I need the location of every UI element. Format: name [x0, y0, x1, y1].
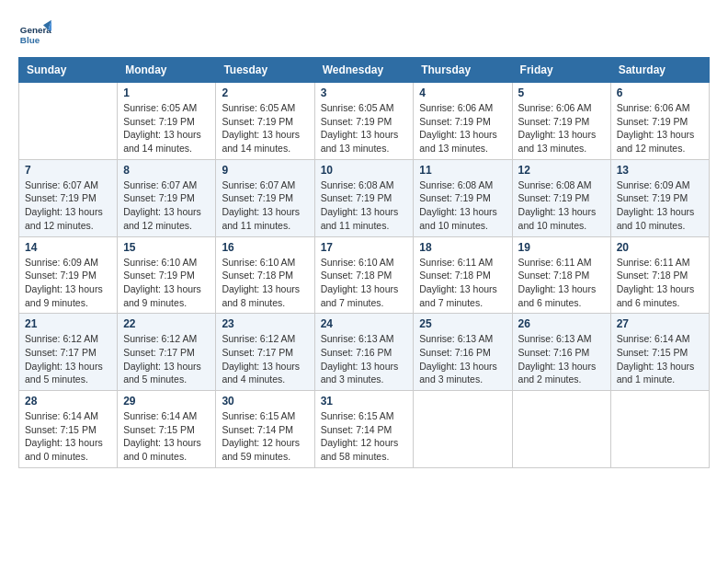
page-header: General Blue	[18, 18, 710, 52]
column-header-tuesday: Tuesday	[216, 58, 314, 83]
day-info: Sunrise: 6:12 AM Sunset: 7:17 PM Dayligh…	[123, 332, 210, 386]
day-number: 18	[419, 241, 506, 254]
day-number: 24	[321, 317, 408, 330]
column-header-thursday: Thursday	[414, 58, 512, 83]
calendar-cell: 1Sunrise: 6:05 AM Sunset: 7:19 PM Daylig…	[118, 83, 216, 160]
column-header-monday: Monday	[118, 58, 216, 83]
calendar-cell: 12Sunrise: 6:08 AM Sunset: 7:19 PM Dayli…	[512, 159, 610, 236]
calendar-cell: 19Sunrise: 6:11 AM Sunset: 7:18 PM Dayli…	[512, 236, 610, 314]
day-number: 22	[123, 317, 210, 330]
day-number: 20	[617, 241, 703, 254]
day-info: Sunrise: 6:09 AM Sunset: 7:19 PM Dayligh…	[617, 178, 703, 233]
day-number: 4	[419, 86, 506, 99]
day-info: Sunrise: 6:10 AM Sunset: 7:19 PM Dayligh…	[123, 256, 210, 310]
week-row-2: 7Sunrise: 6:07 AM Sunset: 7:19 PM Daylig…	[19, 159, 710, 236]
day-number: 19	[518, 241, 605, 254]
calendar-cell: 9Sunrise: 6:07 AM Sunset: 7:19 PM Daylig…	[216, 159, 314, 236]
calendar-cell	[610, 391, 709, 468]
calendar-cell: 27Sunrise: 6:14 AM Sunset: 7:15 PM Dayli…	[610, 314, 709, 391]
day-info: Sunrise: 6:06 AM Sunset: 7:19 PM Dayligh…	[518, 101, 605, 155]
day-info: Sunrise: 6:13 AM Sunset: 7:16 PM Dayligh…	[321, 332, 408, 386]
calendar-cell: 17Sunrise: 6:10 AM Sunset: 7:18 PM Dayli…	[314, 236, 414, 314]
calendar-cell: 25Sunrise: 6:13 AM Sunset: 7:16 PM Dayli…	[414, 314, 512, 391]
day-number: 1	[123, 86, 210, 99]
column-header-wednesday: Wednesday	[314, 58, 414, 83]
week-row-5: 28Sunrise: 6:14 AM Sunset: 7:15 PM Dayli…	[19, 391, 710, 468]
calendar-cell	[414, 391, 512, 468]
calendar-cell: 13Sunrise: 6:09 AM Sunset: 7:19 PM Dayli…	[610, 159, 709, 236]
day-info: Sunrise: 6:06 AM Sunset: 7:19 PM Dayligh…	[617, 101, 703, 155]
calendar-cell: 6Sunrise: 6:06 AM Sunset: 7:19 PM Daylig…	[610, 83, 709, 160]
calendar-cell: 18Sunrise: 6:11 AM Sunset: 7:18 PM Dayli…	[414, 236, 512, 314]
days-header-row: SundayMondayTuesdayWednesdayThursdayFrid…	[19, 58, 710, 83]
day-info: Sunrise: 6:12 AM Sunset: 7:17 PM Dayligh…	[222, 332, 308, 386]
calendar-cell: 10Sunrise: 6:08 AM Sunset: 7:19 PM Dayli…	[314, 159, 414, 236]
day-info: Sunrise: 6:07 AM Sunset: 7:19 PM Dayligh…	[25, 178, 111, 233]
calendar-cell: 3Sunrise: 6:05 AM Sunset: 7:19 PM Daylig…	[314, 83, 414, 160]
week-row-3: 14Sunrise: 6:09 AM Sunset: 7:19 PM Dayli…	[19, 236, 710, 314]
day-number: 2	[222, 86, 308, 99]
calendar-cell: 2Sunrise: 6:05 AM Sunset: 7:19 PM Daylig…	[216, 83, 314, 160]
day-number: 16	[222, 241, 308, 254]
calendar-cell: 4Sunrise: 6:06 AM Sunset: 7:19 PM Daylig…	[414, 83, 512, 160]
day-info: Sunrise: 6:14 AM Sunset: 7:15 PM Dayligh…	[123, 409, 210, 464]
day-info: Sunrise: 6:11 AM Sunset: 7:18 PM Dayligh…	[617, 256, 703, 310]
day-number: 25	[419, 317, 506, 330]
day-number: 21	[25, 317, 111, 330]
calendar-cell: 20Sunrise: 6:11 AM Sunset: 7:18 PM Dayli…	[610, 236, 709, 314]
calendar-cell	[19, 83, 118, 160]
day-number: 30	[222, 395, 308, 408]
calendar-cell: 15Sunrise: 6:10 AM Sunset: 7:19 PM Dayli…	[118, 236, 216, 314]
day-number: 15	[123, 241, 210, 254]
calendar-cell: 5Sunrise: 6:06 AM Sunset: 7:19 PM Daylig…	[512, 83, 610, 160]
svg-text:Blue: Blue	[20, 35, 40, 45]
column-header-saturday: Saturday	[610, 58, 709, 83]
day-number: 23	[222, 317, 308, 330]
calendar-cell: 21Sunrise: 6:12 AM Sunset: 7:17 PM Dayli…	[19, 314, 118, 391]
day-info: Sunrise: 6:09 AM Sunset: 7:19 PM Dayligh…	[25, 256, 111, 310]
day-number: 8	[123, 164, 210, 177]
calendar-cell: 24Sunrise: 6:13 AM Sunset: 7:16 PM Dayli…	[314, 314, 414, 391]
column-header-sunday: Sunday	[19, 58, 118, 83]
day-info: Sunrise: 6:05 AM Sunset: 7:19 PM Dayligh…	[321, 101, 408, 155]
calendar-cell: 28Sunrise: 6:14 AM Sunset: 7:15 PM Dayli…	[19, 391, 118, 468]
calendar-cell: 26Sunrise: 6:13 AM Sunset: 7:16 PM Dayli…	[512, 314, 610, 391]
day-info: Sunrise: 6:12 AM Sunset: 7:17 PM Dayligh…	[25, 332, 111, 386]
day-number: 29	[123, 395, 210, 408]
calendar-cell: 7Sunrise: 6:07 AM Sunset: 7:19 PM Daylig…	[19, 159, 118, 236]
day-number: 11	[419, 164, 506, 177]
calendar-cell: 11Sunrise: 6:08 AM Sunset: 7:19 PM Dayli…	[414, 159, 512, 236]
day-info: Sunrise: 6:10 AM Sunset: 7:18 PM Dayligh…	[321, 256, 408, 310]
day-number: 13	[617, 164, 703, 177]
calendar-cell: 31Sunrise: 6:15 AM Sunset: 7:14 PM Dayli…	[314, 391, 414, 468]
day-info: Sunrise: 6:08 AM Sunset: 7:19 PM Dayligh…	[321, 178, 408, 233]
day-info: Sunrise: 6:13 AM Sunset: 7:16 PM Dayligh…	[518, 332, 605, 386]
day-number: 9	[222, 164, 308, 177]
day-number: 17	[321, 241, 408, 254]
calendar-cell: 23Sunrise: 6:12 AM Sunset: 7:17 PM Dayli…	[216, 314, 314, 391]
week-row-1: 1Sunrise: 6:05 AM Sunset: 7:19 PM Daylig…	[19, 83, 710, 160]
day-info: Sunrise: 6:11 AM Sunset: 7:18 PM Dayligh…	[419, 256, 506, 310]
day-info: Sunrise: 6:13 AM Sunset: 7:16 PM Dayligh…	[419, 332, 506, 386]
day-info: Sunrise: 6:06 AM Sunset: 7:19 PM Dayligh…	[419, 101, 506, 155]
day-info: Sunrise: 6:14 AM Sunset: 7:15 PM Dayligh…	[617, 332, 703, 386]
day-number: 3	[321, 86, 408, 99]
calendar-cell: 29Sunrise: 6:14 AM Sunset: 7:15 PM Dayli…	[118, 391, 216, 468]
day-info: Sunrise: 6:05 AM Sunset: 7:19 PM Dayligh…	[222, 101, 308, 155]
day-info: Sunrise: 6:07 AM Sunset: 7:19 PM Dayligh…	[222, 178, 308, 233]
day-info: Sunrise: 6:07 AM Sunset: 7:19 PM Dayligh…	[123, 178, 210, 233]
day-number: 27	[617, 317, 703, 330]
day-number: 10	[321, 164, 408, 177]
day-info: Sunrise: 6:11 AM Sunset: 7:18 PM Dayligh…	[518, 256, 605, 310]
day-number: 26	[518, 317, 605, 330]
day-info: Sunrise: 6:10 AM Sunset: 7:18 PM Dayligh…	[222, 256, 308, 310]
calendar-cell	[512, 391, 610, 468]
day-info: Sunrise: 6:14 AM Sunset: 7:15 PM Dayligh…	[25, 409, 111, 464]
logo-icon: General Blue	[18, 18, 51, 52]
day-info: Sunrise: 6:15 AM Sunset: 7:14 PM Dayligh…	[321, 409, 408, 464]
week-row-4: 21Sunrise: 6:12 AM Sunset: 7:17 PM Dayli…	[19, 314, 710, 391]
day-number: 14	[25, 241, 111, 254]
day-info: Sunrise: 6:15 AM Sunset: 7:14 PM Dayligh…	[222, 409, 308, 464]
day-number: 12	[518, 164, 605, 177]
calendar-cell: 30Sunrise: 6:15 AM Sunset: 7:14 PM Dayli…	[216, 391, 314, 468]
